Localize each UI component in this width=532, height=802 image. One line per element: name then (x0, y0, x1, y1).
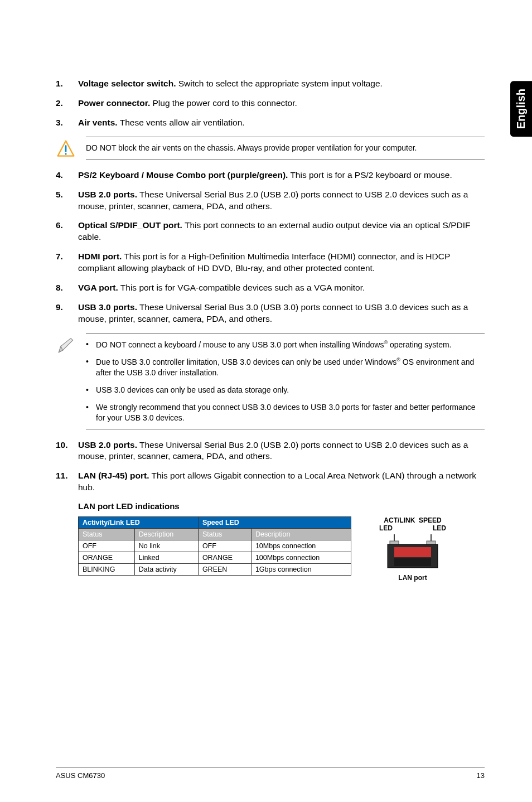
warning-callout: DO NOT block the air vents on the chassi… (56, 137, 485, 160)
item-number: 7. (56, 251, 78, 274)
feature-list-3: 10.USB 2.0 ports. These Universal Serial… (56, 439, 485, 494)
item-text: PS/2 Keyboard / Mouse Combo port (purple… (78, 170, 485, 181)
item-text: USB 3.0 ports. These Universal Serial Bu… (78, 302, 485, 325)
bullet-icon: • (86, 385, 96, 395)
item-number: 11. (56, 470, 78, 494)
item-bold: Air vents. (78, 118, 118, 127)
footer-product: ASUS CM6730 (56, 771, 105, 780)
lan-led-heading: LAN port LED indications (78, 501, 485, 511)
table-cell: BLINKING (79, 564, 135, 576)
note-text: Due to USB 3.0 controller limitation, US… (96, 356, 485, 378)
feature-list-2: 4.PS/2 Keyboard / Mouse Combo port (purp… (56, 170, 485, 325)
table-subheader: Status (79, 529, 135, 540)
table-cell: ORANGE (198, 552, 251, 564)
note-text: We strongly recommend that you connect U… (96, 402, 485, 423)
table-header-speed: Speed LED (198, 517, 351, 529)
item-number: 2. (56, 98, 78, 109)
note-item: •We strongly recommend that you connect … (86, 402, 485, 423)
list-item: 6.Optical S/PDIF_OUT port. This port con… (56, 220, 485, 243)
item-text: USB 2.0 ports. These Universal Serial Bu… (78, 439, 485, 463)
item-bold: Voltage selector switch. (78, 79, 176, 88)
item-bold: USB 2.0 ports. (78, 440, 137, 450)
item-number: 10. (56, 439, 78, 463)
note-item: •DO NOT connect a keyboard / mouse to an… (86, 339, 485, 350)
bullet-icon: • (86, 356, 96, 378)
list-item: 1.Voltage selector switch. Switch to sel… (56, 78, 485, 90)
list-item: 7.HDMI port. This port is for a High-Def… (56, 251, 485, 274)
list-item: 2.Power connector. Plug the power cord t… (56, 98, 485, 109)
item-bold: Power connector. (78, 98, 150, 108)
item-text: Air vents. These vents allow air ventila… (78, 117, 485, 129)
bullet-icon: • (86, 402, 96, 423)
item-number: 1. (56, 78, 78, 90)
item-bold: PS/2 Keyboard / Mouse Combo port (purple… (78, 170, 288, 180)
table-cell: 10Mbps connection (251, 540, 351, 552)
note-item: •USB 3.0 devices can only be used as dat… (86, 385, 485, 395)
language-tab: English (510, 81, 532, 137)
bullet-icon: • (86, 339, 96, 350)
item-number: 6. (56, 220, 78, 243)
svg-rect-8 (394, 558, 431, 566)
table-subheader: Status (198, 529, 251, 540)
item-number: 8. (56, 282, 78, 294)
note-text: DO NOT connect a keyboard / mouse to any… (96, 339, 451, 350)
svg-point-1 (65, 153, 66, 154)
note-callout: •DO NOT connect a keyboard / mouse to an… (56, 333, 485, 429)
item-text: LAN (RJ-45) port. This port allows Gigab… (78, 470, 485, 494)
list-item: 8.VGA port. This port is for VGA-compati… (56, 282, 485, 294)
note-item: •Due to USB 3.0 controller limitation, U… (86, 356, 485, 378)
list-item: 11.LAN (RJ-45) port. This port allows Gi… (56, 470, 485, 494)
item-text: Power connector. Plug the power cord to … (78, 98, 485, 109)
table-cell: 1Gbps connection (251, 564, 351, 576)
item-bold: VGA port. (78, 283, 118, 292)
warning-text: DO NOT block the air vents on the chassi… (86, 137, 485, 160)
item-number: 9. (56, 302, 78, 325)
lan-port-diagram: ACT/LINK SPEED LED LED LAN port (379, 516, 446, 582)
table-subheader: Description (251, 529, 351, 540)
feature-list-1: 1.Voltage selector switch. Switch to sel… (56, 78, 485, 129)
table-cell: GREEN (198, 564, 251, 576)
list-item: 3.Air vents. These vents allow air venti… (56, 117, 485, 129)
warning-icon (56, 139, 76, 159)
list-item: 5.USB 2.0 ports. These Universal Serial … (56, 189, 485, 212)
item-bold: Optical S/PDIF_OUT port. (78, 220, 182, 230)
svg-rect-7 (394, 547, 431, 557)
note-body: •DO NOT connect a keyboard / mouse to an… (86, 333, 485, 429)
item-text: Voltage selector switch. Switch to selec… (78, 78, 485, 90)
item-bold: HDMI port. (78, 252, 122, 261)
diag-led-right: LED (433, 524, 446, 532)
footer-page-number: 13 (477, 771, 485, 780)
page-footer: ASUS CM6730 13 (56, 767, 485, 780)
pencil-icon (56, 335, 76, 355)
diag-caption: LAN port (379, 574, 446, 582)
table-cell: No link (134, 540, 198, 552)
list-item: 4.PS/2 Keyboard / Mouse Combo port (purp… (56, 170, 485, 181)
item-bold: USB 2.0 ports. (78, 190, 137, 199)
item-text: HDMI port. This port is for a High-Defin… (78, 251, 485, 274)
item-number: 4. (56, 170, 78, 181)
item-text: USB 2.0 ports. These Universal Serial Bu… (78, 189, 485, 212)
table-row: ORANGELinkedORANGE100Mbps connection (79, 552, 351, 564)
lan-port-icon (382, 533, 443, 572)
table-cell: OFF (79, 540, 135, 552)
item-bold: LAN (RJ-45) port. (78, 471, 149, 480)
table-cell: OFF (198, 540, 251, 552)
list-item: 9.USB 3.0 ports. These Universal Serial … (56, 302, 485, 325)
table-row: BLINKINGData activityGREEN1Gbps connecti… (79, 564, 351, 576)
item-bold: USB 3.0 ports. (78, 302, 137, 312)
table-header-activity: Activity/Link LED (79, 517, 199, 529)
item-text: VGA port. This port is for VGA-compatibl… (78, 282, 485, 294)
item-number: 5. (56, 189, 78, 212)
table-cell: Data activity (134, 564, 198, 576)
item-number: 3. (56, 117, 78, 129)
lan-led-table: Activity/Link LED Speed LED StatusDescri… (78, 516, 351, 576)
table-cell: ORANGE (79, 552, 135, 564)
diag-title-right: SPEED (419, 516, 442, 524)
table-cell: Linked (134, 552, 198, 564)
item-text: Optical S/PDIF_OUT port. This port conne… (78, 220, 485, 243)
note-text: USB 3.0 devices can only be used as data… (96, 385, 289, 395)
diag-led-left: LED (379, 524, 393, 532)
table-cell: 100Mbps connection (251, 552, 351, 564)
diag-title-left: ACT/LINK (384, 516, 415, 524)
table-row: OFFNo linkOFF10Mbps connection (79, 540, 351, 552)
